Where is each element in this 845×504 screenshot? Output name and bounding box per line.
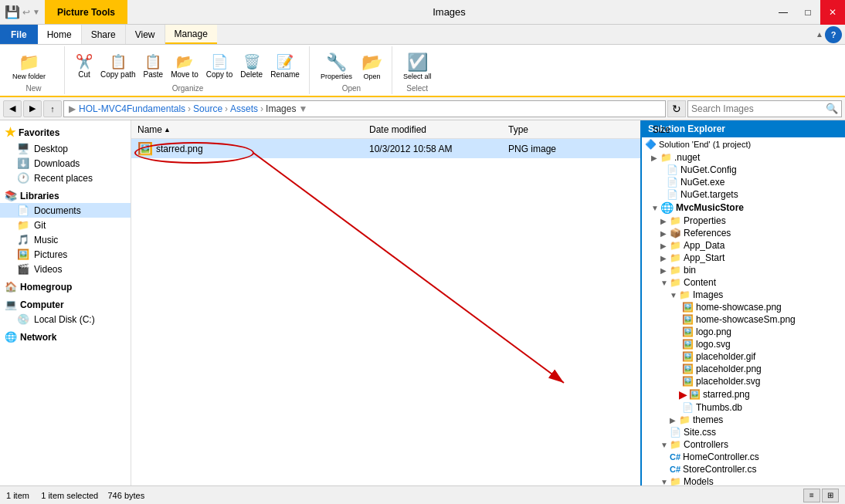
sidebar-item-downloads[interactable]: ⬇️ Downloads (0, 156, 131, 171)
tab-share[interactable]: Share (82, 25, 126, 44)
tree-item-placeholder-svg[interactable]: 🖼️ placeholder.svg (642, 375, 845, 387)
folder-icon: 📁 (679, 289, 691, 300)
tree-item-nuget[interactable]: ▶ 📁 .nuget (642, 151, 845, 164)
details-view-btn[interactable]: ≡ (803, 489, 820, 502)
address-bar[interactable]: ▶ HOL-MVC4Fundamentals › Source › Assets… (63, 100, 666, 117)
crumb-1[interactable]: HOL-MVC4Fundamentals (79, 103, 185, 114)
back-button[interactable]: ◀ (3, 100, 22, 117)
search-box[interactable]: 🔍 (687, 100, 842, 117)
tree-item-nuget-config[interactable]: 📄 NuGet.Config (642, 164, 845, 176)
favorites-header[interactable]: ★ Favorites (0, 120, 131, 141)
properties-btn[interactable]: 🔧Properties (317, 51, 355, 82)
sidebar-item-git[interactable]: 📁 Git (0, 218, 131, 232)
tree-item-mvc[interactable]: ▼ 🌐 MvcMusicStore (642, 201, 845, 215)
sidebar-item-videos[interactable]: 🎬 Videos (0, 262, 131, 276)
documents-icon: 📄 (17, 205, 29, 216)
tree-item-storecontroller[interactable]: C# StoreController.cs (642, 463, 845, 475)
sidebar-item-documents[interactable]: 📄 Documents (0, 203, 131, 218)
refresh-button[interactable]: ↻ (667, 100, 686, 117)
tree-item-appstart[interactable]: ▶ 📁 App_Start (642, 252, 845, 264)
delete-btn[interactable]: 🗑️Delete (237, 52, 266, 80)
tree-item-logo-png[interactable]: 🖼️ logo.png (642, 326, 845, 338)
tree-item-nuget-exe[interactable]: 📄 NuGet.exe (642, 176, 845, 188)
large-icons-view-btn[interactable]: ⊞ (822, 489, 839, 502)
tree-item-nuget-targets[interactable]: 📄 NuGet.targets (642, 188, 845, 201)
tree-item-controllers[interactable]: ▼ 📁 Controllers (642, 438, 845, 451)
tree-item-themes[interactable]: ▶ 📁 themes (642, 414, 845, 426)
tab-view[interactable]: View (126, 25, 165, 44)
tree-item-bin[interactable]: ▶ 📁 bin (642, 264, 845, 276)
crumb-4[interactable]: Images (266, 103, 296, 114)
tree-item-logo-svg[interactable]: 🖼️ logo.svg (642, 338, 845, 350)
open-btn[interactable]: 📂Open (358, 51, 385, 82)
tree-item-starred[interactable]: ▶ 🖼️ starred.png (642, 387, 845, 401)
network-icon: 🌐 (5, 331, 17, 343)
tree-item-sitecss[interactable]: 📄 Site.css (642, 426, 845, 438)
network-header[interactable]: 🌐 Network (0, 326, 131, 344)
sidebar-item-desktop[interactable]: 🖥️ Desktop (0, 141, 131, 156)
tree-item-home-showcase[interactable]: 🖼️ home-showcase.png (642, 301, 845, 313)
paste-btn[interactable]: 📋Paste (141, 52, 167, 80)
solution-panel-header: Solution Explorer (642, 120, 845, 137)
new-folder-btn[interactable]: 📁 New folder (9, 51, 49, 82)
cut-btn[interactable]: ✂️Cut (73, 52, 96, 80)
address-icon: ▶ (69, 103, 76, 114)
computer-icon: 💻 (5, 299, 17, 310)
file-date: 10/3/2012 10:58 AM (369, 144, 508, 154)
ribbon-collapse-btn[interactable]: ▲ (816, 30, 823, 39)
disk-icon: 💿 (17, 313, 29, 325)
col-size[interactable]: Size (609, 124, 670, 135)
tree-item-appdata[interactable]: ▶ 📁 App_Data (642, 239, 845, 252)
tree-item-content[interactable]: ▼ 📁 Content (642, 276, 845, 289)
sidebar-item-music[interactable]: 🎵 Music (0, 232, 131, 247)
minimize-button[interactable]: — (771, 0, 796, 25)
crumb-3[interactable]: Assets (230, 103, 258, 114)
star-icon: ★ (5, 125, 15, 140)
computer-header[interactable]: 💻 Computer (0, 294, 131, 312)
dropdown-icon[interactable]: ▼ (32, 8, 40, 16)
sidebar-item-pictures[interactable]: 🖼️ Pictures (0, 247, 131, 262)
rename-btn[interactable]: 📝Rename (267, 52, 303, 80)
select-all-btn[interactable]: ☑️Select all (400, 51, 435, 82)
copy-path-btn[interactable]: 📋Copy path (97, 52, 139, 80)
sidebar-item-local-disk[interactable]: 💿 Local Disk (C:) (0, 312, 131, 326)
tree-item-placeholder-png[interactable]: 🖼️ placeholder.png (642, 363, 845, 375)
search-input[interactable] (691, 103, 826, 114)
tree-item-references[interactable]: ▶ 📦 References (642, 227, 845, 239)
folder-icon: 📁 (670, 215, 681, 226)
crumb-2[interactable]: Source (193, 103, 222, 114)
file-name: starred.png (156, 144, 203, 154)
tree-item-models[interactable]: ▼ 📁 Models (642, 475, 845, 485)
tab-file[interactable]: File (0, 25, 38, 44)
libraries-header[interactable]: 📚 Libraries (0, 185, 131, 203)
references-icon: 📦 (670, 228, 681, 238)
up-button[interactable]: ↑ (43, 100, 62, 117)
tree-item-properties[interactable]: ▶ 📁 Properties (642, 215, 845, 227)
col-type[interactable]: Type (508, 124, 609, 135)
tree-item-homecontroller[interactable]: C# HomeController.cs (642, 451, 845, 463)
tree-item-solution[interactable]: 🔷 Solution 'End' (1 project) (642, 137, 845, 151)
maximize-button[interactable]: □ (796, 0, 820, 25)
tree-item-thumbs[interactable]: 📄 Thumbs.db (642, 401, 845, 414)
file-icon: 📄 (682, 402, 694, 413)
sidebar-item-recent[interactable]: 🕐 Recent places (0, 171, 131, 185)
help-button[interactable]: ? (825, 26, 842, 43)
tree-item-placeholder-gif[interactable]: 🖼️ placeholder.gif (642, 350, 845, 363)
forward-button[interactable]: ▶ (23, 100, 42, 117)
pictures-icon: 🖼️ (17, 249, 29, 260)
close-button[interactable]: ✕ (820, 0, 845, 25)
col-date[interactable]: Date modified (369, 124, 508, 135)
tab-home[interactable]: Home (38, 25, 82, 44)
copy-to-btn[interactable]: 📄Copy to (203, 52, 236, 80)
homegroup-header[interactable]: 🏠 Homegroup (0, 276, 131, 294)
ribbon-group-open: 🔧Properties 📂Open Open (311, 46, 392, 94)
folder-icon: 📁 (660, 152, 672, 163)
table-row[interactable]: 🖼️ starred.png 10/3/2012 10:58 AM PNG im… (131, 139, 640, 158)
tab-manage[interactable]: Manage (165, 25, 217, 44)
col-name[interactable]: Name ▲ (137, 124, 369, 135)
tree-item-images[interactable]: ▼ 📁 Images (642, 289, 845, 301)
tree-item-home-showcasesm[interactable]: 🖼️ home-showcaseSm.png (642, 313, 845, 326)
move-to-btn[interactable]: 📂Move to (168, 52, 202, 80)
file-icon: 📄 (667, 164, 678, 175)
folder-icon: 📁 (670, 277, 681, 288)
